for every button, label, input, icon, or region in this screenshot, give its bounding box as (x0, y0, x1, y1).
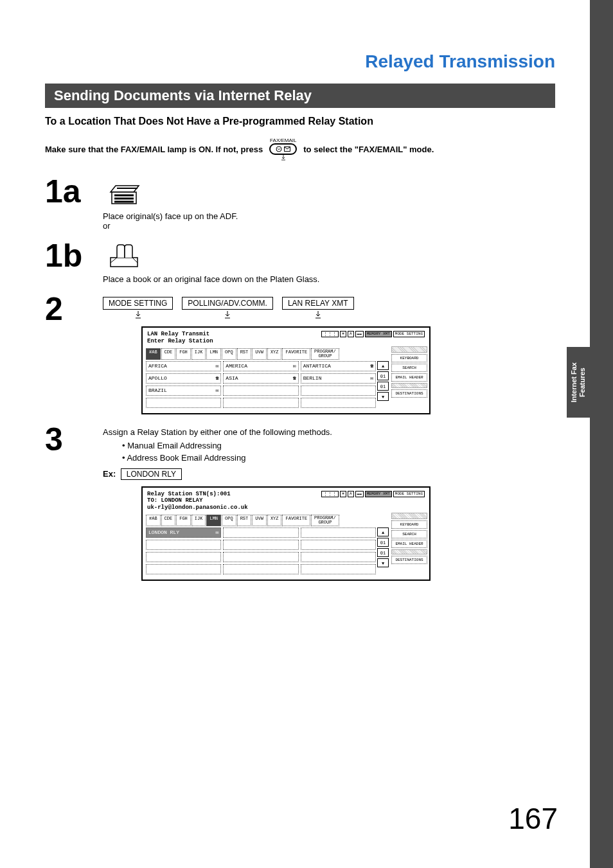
tab-favorite: FAVORITE (282, 348, 310, 360)
screen1-side-panel: KEYBOARD SEARCH EMAIL HEADER DESTINATION… (391, 346, 427, 411)
step-number-1a: 1a (45, 175, 103, 208)
screen2-line3: uk-rly@london.panasonic.co.uk (147, 504, 248, 511)
button-chain: MODE SETTING POLLING/ADV.COMM. LAN RELAY… (103, 297, 555, 320)
chapter-title: Relayed Transmission (45, 51, 555, 72)
section-title-bar: Sending Documents via Internet Relay (45, 84, 555, 108)
screen1-grid: AFRICA✉ AMERICA✉ ANTARTICA☎ APOLLO☎ ASIA… (146, 361, 376, 410)
tab-cde: CDE (161, 348, 176, 360)
phone-icon: ☎ (216, 375, 219, 381)
cell-asia: ASIA (226, 375, 238, 381)
tab-xyz: XYZ (267, 515, 282, 526)
press-icon (222, 311, 233, 320)
search-btn: SEARCH (391, 530, 427, 538)
tab-uvw: UVW (252, 348, 267, 360)
email-header-btn: EMAIL HEADER (391, 373, 427, 382)
search-btn: SEARCH (391, 364, 427, 372)
tab-ijk: IJK (191, 515, 206, 526)
screen2-side-panel: KEYBOARD SEARCH EMAIL HEADER DESTINATION… (391, 513, 427, 578)
step-number-2: 2 (45, 293, 103, 325)
scroll-total: 01 (377, 382, 389, 391)
tab-fgh: FGH (176, 515, 191, 526)
mode-setting-button: MODE SETTING (103, 297, 173, 320)
screen2-tabs: #AB CDE FGH IJK LMN OPQ RST UVW XYZ FAVO… (145, 515, 390, 526)
step-1a: 1a Place original(s) face up on the ADF.… (45, 175, 555, 231)
cell-america: AMERICA (226, 363, 247, 369)
scroll-up-icon: ▲ (377, 361, 389, 370)
scroll-page: 01 (377, 371, 389, 380)
press-icon (312, 311, 324, 320)
memory-xmt-btn: MEMORY XMT (365, 491, 392, 497)
scroll-total: 01 (377, 548, 389, 557)
tab-favorite: FAVORITE (282, 515, 310, 526)
polling-label: POLLING/ADV.COMM. (188, 299, 267, 308)
lan-relay-xmt-button: LAN RELAY XMT (282, 297, 354, 320)
tab-lmn: LMN (206, 348, 221, 360)
instruction-part2: to select the "FAX/EMAIL" mode. (303, 145, 434, 154)
tab-rst: RST (237, 515, 252, 526)
phone-icon: ☎ (370, 363, 373, 369)
lcd-screen-relay-station: Relay Station STN(s):001 TO: LONDON RELA… (141, 486, 431, 581)
subsection-title: To a Location That Does Not Have a Pre-p… (45, 116, 555, 127)
example-value: LONDON RLY (121, 468, 182, 480)
cell-apollo: APOLLO (148, 375, 167, 381)
screen2-line2: TO: LONDON RELAY (147, 497, 248, 504)
scroll-down-icon: ▼ (377, 392, 389, 401)
tab-fgh: FGH (176, 348, 191, 360)
tab-opq: OPQ (222, 515, 236, 526)
platen-glass-icon (108, 244, 140, 269)
tab-lmn: LMN (206, 515, 221, 526)
screen2-line1: Relay Station STN(s):001 (147, 491, 248, 498)
cell-london-rly: LONDON RLY (148, 529, 179, 535)
instruction-part1: Make sure that the FAX/EMAIL lamp is ON.… (45, 145, 263, 154)
screen-header-icons: ⋮⋮⋮ # A ▬▬ MEMORY XMT MODE SETTING (321, 491, 425, 497)
scroll-page: 01 (377, 538, 389, 547)
cell-brazil: BRAZIL (148, 387, 167, 393)
screen2-grid: LONDON RLY✉ (146, 527, 376, 576)
step-1b-text: Place a book or an original face down on… (103, 274, 555, 284)
fax-email-icon (269, 143, 297, 155)
instruction-line: Make sure that the FAX/EMAIL lamp is ON.… (45, 137, 555, 161)
right-margin-bar (590, 0, 613, 868)
screen1-scroll: ▲ 01 01 ▼ (377, 361, 389, 410)
step-number-3: 3 (45, 423, 103, 456)
step-1a-text: Place original(s) face up on the ADF. (103, 211, 555, 221)
step-3: 3 Assign a Relay Station by either one o… (45, 423, 555, 581)
scroll-down-icon: ▼ (377, 558, 389, 567)
svg-point-0 (276, 146, 281, 152)
mail-icon: ✉ (216, 387, 219, 393)
mode-setting-label: MODE SETTING (109, 299, 167, 308)
memory-xmt-btn: MEMORY XMT (365, 331, 392, 337)
cell-berlin: BERLIN (303, 375, 322, 381)
mail-icon: ✉ (216, 529, 219, 535)
screen1-line1: LAN Relay Transmit (147, 331, 213, 338)
phone-icon: ☎ (293, 375, 296, 381)
example-label: Ex: (103, 469, 116, 479)
polling-adv-comm-button: POLLING/ADV.COMM. (182, 297, 273, 320)
mail-icon: ✉ (293, 363, 296, 369)
tab-ab: #AB (146, 515, 161, 526)
mode-setting-btn: MODE SETTING (393, 331, 425, 337)
destinations-btn: DESTINATIONS (391, 389, 427, 398)
tab-ijk: IJK (191, 348, 206, 360)
tab-program-group: PROGRAM/ GROUP (311, 515, 339, 526)
cell-africa: AFRICA (148, 363, 167, 369)
keyboard-btn: KEYBOARD (391, 520, 427, 529)
email-header-btn: EMAIL HEADER (391, 540, 427, 548)
bullet-address-book: • Address Book Email Addressing (122, 452, 555, 465)
bullet-manual: • Manual Email Addressing (122, 439, 555, 452)
screen-header-icons: ⋮⋮⋮ # A ▬▬ MEMORY XMT MODE SETTING (321, 331, 425, 337)
cell-antartica: ANTARTICA (303, 363, 331, 369)
tab-uvw: UVW (252, 515, 267, 526)
mail-icon: ✉ (216, 363, 219, 369)
step-1a-or: or (103, 221, 555, 231)
scroll-up-icon: ▲ (377, 527, 389, 536)
mode-setting-btn: MODE SETTING (393, 491, 425, 497)
screen1-tabs: #AB CDE FGH IJK LMN OPQ RST UVW XYZ FAVO… (145, 348, 390, 360)
side-tab-label: Internet Fax Features (570, 362, 587, 402)
step-3-text: Assign a Relay Station by either one of … (103, 427, 555, 437)
keyboard-btn: KEYBOARD (391, 354, 427, 362)
step-2: 2 MODE SETTING POLLING/ADV.COMM. LAN REL… (45, 293, 555, 414)
press-icon (132, 311, 144, 320)
mail-icon: ✉ (370, 375, 373, 381)
screen2-scroll: ▲ 01 01 ▼ (377, 527, 389, 576)
